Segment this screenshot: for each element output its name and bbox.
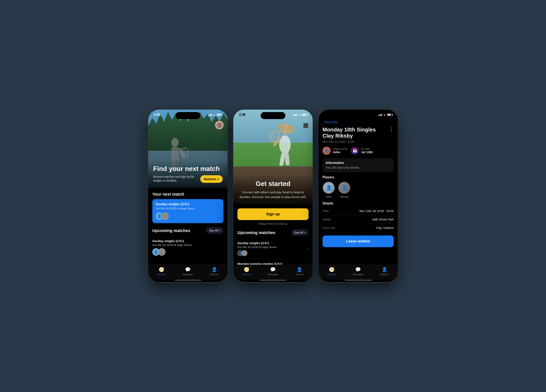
bottom-nav-1: 🧭 Discover 💬 Messages 👤 Account: [148, 265, 228, 280]
messages-label-3: Messages: [353, 273, 363, 276]
upcoming-item-2a[interactable]: Sunday singles (3.5+) Sun 9th Jul 18:00 …: [237, 238, 309, 259]
players-title: Players: [323, 176, 394, 179]
detail-court: Court info Clay, Outdoor: [323, 224, 394, 232]
nav-messages-1[interactable]: 💬 Messages: [182, 267, 194, 276]
details-title: Details: [323, 202, 394, 205]
get-started-sub: Connect with others and play head to hea…: [238, 190, 308, 199]
signal-2-bar-1: [293, 115, 294, 116]
signal-1: [208, 114, 212, 116]
leave-waitlist-button[interactable]: Leave waitlist: [323, 235, 394, 247]
battery-1: [217, 113, 222, 116]
organizer-name: Juho: [333, 150, 347, 154]
nav-account-2[interactable]: 👤 Account: [293, 267, 306, 276]
exit-icon[interactable]: ⬛: [303, 123, 309, 128]
detail-venue-value: Salk Tennis Park: [372, 218, 394, 221]
player-name-juho: Juho: [326, 195, 332, 198]
next-match-card[interactable]: Sunday singles (3.5+) Sun 9th Jul 18:00 …: [152, 199, 223, 223]
phone-2: 2:38 ▲: [233, 109, 313, 283]
phones-container: 2:53 ▲: [148, 109, 398, 283]
account-label-1: Account: [210, 273, 219, 276]
back-chevron-icon: ‹: [323, 120, 324, 124]
wifi-icon-2: ▲: [298, 113, 300, 116]
see-all-button-1[interactable]: See All >: [206, 227, 223, 234]
account-icon-1: 👤: [212, 267, 217, 272]
battery-fill-3: [388, 114, 391, 115]
info-text: Fee 200 Sek to be shared: [326, 166, 390, 169]
player-name-ahmed: Ahmed: [340, 195, 348, 198]
see-all-button-2[interactable]: See All >: [291, 229, 309, 236]
more-button[interactable]: ⋮: [389, 127, 394, 132]
hero-text-overlay-1: Find your next match Browse matches and …: [148, 161, 228, 188]
signal-bar-1: [208, 115, 209, 116]
nav-account-1[interactable]: 👤 Account: [208, 267, 221, 276]
signup-button[interactable]: Sign up: [237, 208, 309, 220]
phone1-main-content: Your next match Sunday singles (3.5+) Su…: [148, 188, 228, 265]
details-section: Details Time Mon 10th Jul 19:00 - 20:00 …: [323, 202, 394, 232]
messages-label-1: Messages: [183, 273, 193, 276]
hero-title-1: Find your next match: [153, 165, 223, 172]
account-label-2: Account: [295, 273, 304, 276]
signal-bar-2: [209, 115, 210, 116]
detail-court-label: Court info: [323, 226, 335, 229]
bottom-nav-3: 🧭 Discover 💬 Messages 👤 Account: [318, 265, 398, 280]
nav-discover-3[interactable]: 🧭 Discover: [325, 267, 338, 276]
dynamic-island-2: [261, 112, 285, 119]
signal-3: [378, 114, 382, 116]
wifi-icon-1: ▲: [213, 113, 215, 116]
discover-label-1: Discover: [157, 273, 166, 276]
signal-bar-3: [210, 114, 211, 116]
back-button[interactable]: ‹ Discover: [323, 120, 394, 124]
next-match-date: Sun 9th Jul 18:00 at Haga Tennis: [156, 207, 220, 210]
time-2: 2:38: [239, 113, 246, 117]
dynamic-island-3: [346, 112, 370, 119]
players-section: Players 👤 Juho 👤 Ahmed: [323, 176, 394, 198]
upcoming-2a-sub: Sun 9th Jul 18:00 at Haga Tennis: [237, 246, 277, 249]
nav-messages-2[interactable]: 💬 Messages: [267, 267, 279, 276]
messages-icon-1: 💬: [185, 267, 191, 272]
upcoming-avatars-1: 👤: [152, 248, 223, 256]
player-avatar-juho: 👤: [323, 182, 335, 194]
detail-venue-label: Venue: [323, 218, 331, 221]
upcoming-title-2: Upcoming matches: [237, 230, 275, 235]
nav-discover-2[interactable]: 🧭 Discover: [240, 267, 253, 276]
discover-icon-1: 🧭: [159, 267, 164, 272]
signal-2-bar-3: [295, 114, 296, 116]
player-figure-2: [263, 118, 305, 188]
player-ahmed: 👤 Ahmed: [338, 182, 351, 198]
date-box: 📅 On date Jul 10th: [351, 147, 373, 155]
home-indicator-2: [260, 280, 286, 281]
matches-button[interactable]: Matches >: [200, 175, 223, 183]
upcoming-2a-avatars: 👤: [237, 250, 277, 256]
organizer-avatar: 👤: [323, 147, 331, 155]
nav-messages-3[interactable]: 💬 Messages: [352, 267, 364, 276]
p2-avatar-2: [241, 250, 247, 256]
upcoming-item-1[interactable]: Sunday singles (3.5+) Sun 9th Jul 18:00 …: [152, 236, 223, 259]
user-avatar-1[interactable]: 👤: [215, 121, 223, 129]
nav-account-3[interactable]: 👤 Account: [378, 267, 391, 276]
player-juho: 👤 Juho: [323, 182, 335, 198]
battery-2: [302, 113, 307, 116]
detail-time: Time Mon 10th Jul 19:00 - 20:00: [323, 207, 394, 215]
phone-1: 2:53 ▲: [148, 109, 228, 283]
battery-3: [387, 113, 392, 116]
svg-rect-1: [171, 147, 179, 162]
status-icons-2: ▲: [293, 113, 307, 116]
signal-2-bar-4: [296, 114, 297, 116]
account-icon-3: 👤: [382, 267, 387, 272]
upcoming-header-2: Upcoming matches See All >: [237, 229, 309, 236]
wifi-icon-3: ▲: [383, 113, 386, 116]
upcoming-item-1-subtitle: Sun 9th Jul 18:00 at Haga Tennis: [152, 243, 223, 247]
organizer-row: 👤 Organized by Juho 📅 On date Jul 10th: [323, 147, 394, 155]
free-label: Always free to to sign up.: [237, 222, 309, 225]
detail-time-value: Mon 10th Jul 19:00 - 20:00: [359, 209, 394, 213]
messages-icon-3: 💬: [355, 267, 361, 272]
phone3-main-content: Information Fee 200 Sek to be shared Pla…: [318, 158, 398, 265]
dynamic-island-1: [176, 112, 200, 119]
hero-section-2: ⬛ Get started Connect with others and pl…: [233, 110, 313, 204]
organizer-info: Organized by Juho: [333, 147, 347, 154]
next-match-title: Your next match: [152, 192, 223, 197]
nav-discover-1[interactable]: 🧭 Discover: [155, 267, 168, 276]
upcoming-item-2b[interactable]: Monday evening singles (3.5+) Mon 10th J…: [237, 259, 309, 265]
player-avatar-ahmed: 👤: [338, 182, 351, 194]
organized-by-label: Organized by: [333, 147, 347, 150]
